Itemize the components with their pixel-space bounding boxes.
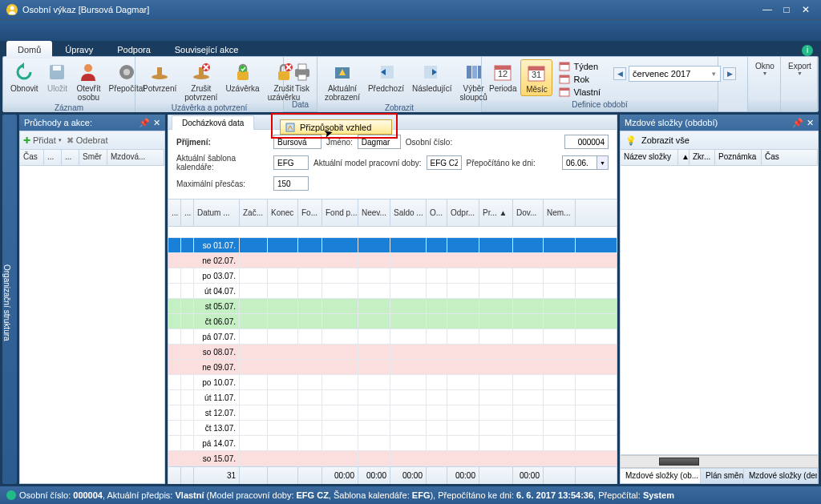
dropdown-button[interactable]: ▼ xyxy=(597,155,609,170)
vtab-org-struktura[interactable]: Organizační struktura xyxy=(2,115,17,484)
okno-button[interactable]: Okno ▼ xyxy=(751,59,779,78)
ulozit-button[interactable]: Uložit xyxy=(42,59,72,95)
grid-col-1[interactable]: ... xyxy=(181,200,194,226)
odebrat-button[interactable]: ✖Odebrat xyxy=(67,135,108,146)
grid-col-6[interactable]: Fond p... xyxy=(322,200,358,226)
svg-rect-16 xyxy=(298,64,306,70)
view-icon xyxy=(331,61,354,83)
table-row[interactable]: po 10.07. xyxy=(168,375,617,390)
grid-col-10[interactable]: Odpr... xyxy=(447,200,479,226)
col-poznamka[interactable]: Poznámka xyxy=(715,150,762,165)
grid-col-7[interactable]: Neev... xyxy=(358,200,390,226)
label-sablona: Aktuální šablona kalendáře: xyxy=(176,154,269,171)
export-button[interactable]: Export ▼ xyxy=(784,59,815,78)
zobrazit-vse-button[interactable]: Zobrazit vše xyxy=(641,135,690,145)
grid-col-3[interactable]: Zač... xyxy=(240,200,268,226)
grid-col-11[interactable]: Pr... ▲ xyxy=(479,200,513,226)
panel-close-icon[interactable]: ✕ xyxy=(807,118,814,128)
input-prijmeni[interactable] xyxy=(273,135,322,149)
rtab-slozky-den[interactable]: Mzdové složky (den) xyxy=(744,469,818,483)
vlastni-button[interactable]: Vlastní xyxy=(556,86,604,99)
minimize-button[interactable]: — xyxy=(758,3,776,16)
zrusit-potvrzeni-button[interactable]: Zrušit potvrzení xyxy=(180,59,221,103)
rtab-plan-smen[interactable]: Plán směn xyxy=(701,469,744,483)
pin-icon[interactable]: 📌 xyxy=(139,118,150,128)
right-hscroll[interactable] xyxy=(620,455,819,468)
next-icon xyxy=(421,61,443,83)
uzaverka-button[interactable]: Uzávěrka xyxy=(221,59,263,95)
tab-domu[interactable]: Domů xyxy=(6,41,52,58)
nasledujici-button[interactable]: Následující xyxy=(408,59,455,95)
period-next-button[interactable]: ▶ xyxy=(723,67,736,80)
input-jmeno[interactable] xyxy=(358,135,401,149)
grid-col-0[interactable]: ... xyxy=(168,200,181,226)
col-sort[interactable]: ▲ xyxy=(678,150,690,165)
grid-col-5[interactable]: Fo... xyxy=(298,200,322,226)
rtab-slozky-ob[interactable]: Mzdové složky (ob... xyxy=(621,469,701,483)
table-row[interactable]: st 12.07. xyxy=(168,405,617,421)
table-row[interactable]: so 15.07. xyxy=(168,451,617,466)
period-prev-button[interactable]: ◀ xyxy=(613,67,626,80)
otevrit-osobu-button[interactable]: Otevřít osobu xyxy=(72,59,104,103)
potvrzeni-button[interactable]: Potvrzení xyxy=(139,59,180,95)
table-row[interactable]: so 08.07. xyxy=(168,345,617,360)
table-row[interactable]: ne 09.07. xyxy=(168,360,617,375)
input-sablona[interactable] xyxy=(273,155,309,170)
predchozi-button[interactable]: Předchozí xyxy=(364,59,408,95)
input-model[interactable] xyxy=(427,155,462,170)
input-prepocitano[interactable] xyxy=(562,155,597,170)
lock-icon xyxy=(232,61,254,83)
help-icon[interactable]: i xyxy=(802,45,813,56)
grid-col-12[interactable]: Dov... xyxy=(513,200,544,226)
obnovit-button[interactable]: Obnovit xyxy=(6,59,42,95)
table-row[interactable]: čt 13.07. xyxy=(168,421,617,436)
tisk-button[interactable]: Tisk xyxy=(287,59,317,95)
input-osobni[interactable] xyxy=(564,135,609,149)
center-panel: Přizpůsobit vzhled ➤ Docházková data Pří… xyxy=(168,115,617,484)
table-row[interactable]: st 05.07. xyxy=(168,299,617,314)
col-cas-r[interactable]: Čas xyxy=(762,150,818,165)
grid-col-2[interactable]: Datum ... xyxy=(194,200,240,226)
col-cas[interactable]: Čas xyxy=(20,150,44,165)
table-row[interactable]: ne 02.07. xyxy=(168,253,617,268)
grid-col-4[interactable]: Konec xyxy=(268,200,298,226)
grid-footer: 3100:0000:0000:0000:0000:00 xyxy=(168,466,617,484)
pin-icon[interactable]: 📌 xyxy=(792,118,803,128)
mesic-button[interactable]: 31 Měsíc xyxy=(520,59,552,96)
table-row[interactable]: po 03.07. xyxy=(168,268,617,284)
rok-button[interactable]: Rok xyxy=(556,73,604,86)
grid-col-8[interactable]: Saldo ... xyxy=(390,200,427,226)
col-zkr[interactable]: Zkr... xyxy=(690,150,715,165)
table-row[interactable]: pá 14.07. xyxy=(168,436,617,451)
panel-close-icon[interactable]: ✕ xyxy=(153,118,160,128)
table-row[interactable]: čt 06.07. xyxy=(168,314,617,329)
col-2[interactable]: ... xyxy=(62,150,79,165)
close-button[interactable]: ✕ xyxy=(797,3,815,16)
tooltip-prizpusobit[interactable]: Přizpůsobit vzhled xyxy=(280,119,392,135)
table-row[interactable]: út 11.07. xyxy=(168,390,617,405)
input-prescas[interactable] xyxy=(273,176,309,191)
tab-dochazka[interactable]: Docházková data xyxy=(172,115,254,130)
tab-upravy[interactable]: Úpravy xyxy=(54,41,104,58)
aktualni-zobrazeni-button[interactable]: Aktuální zobrazení xyxy=(321,59,364,103)
col-nazev[interactable]: Název složky xyxy=(621,150,678,165)
period-select[interactable]: červenec 2017▼ xyxy=(629,66,721,82)
pridat-button[interactable]: ✚Přidat▾ xyxy=(23,135,62,146)
table-row[interactable]: pá 07.07. xyxy=(168,329,617,345)
col-smer[interactable]: Směr xyxy=(79,150,107,165)
grid-col-9[interactable]: O... xyxy=(427,200,447,226)
col-1[interactable]: ... xyxy=(44,150,62,165)
perioda-button[interactable]: 12 Perioda xyxy=(485,59,520,95)
table-row[interactable]: út 04.07. xyxy=(168,284,617,299)
group-zaznam-label: Záznam xyxy=(3,103,135,112)
stamp-icon xyxy=(148,61,171,83)
footer-cell-1 xyxy=(181,467,194,484)
table-row[interactable]: so 01.07. xyxy=(168,238,617,253)
col-mzdova[interactable]: Mzdová... xyxy=(107,150,164,165)
grid-body[interactable]: so 01.07.ne 02.07.po 03.07.út 04.07.st 0… xyxy=(168,227,617,466)
tyden-button[interactable]: Týden xyxy=(556,60,604,73)
tab-souvisejici[interactable]: Související akce xyxy=(164,41,249,58)
maximize-button[interactable]: □ xyxy=(778,3,795,16)
tab-podpora[interactable]: Podpora xyxy=(106,41,162,58)
grid-col-13[interactable]: Nem... xyxy=(544,200,576,226)
